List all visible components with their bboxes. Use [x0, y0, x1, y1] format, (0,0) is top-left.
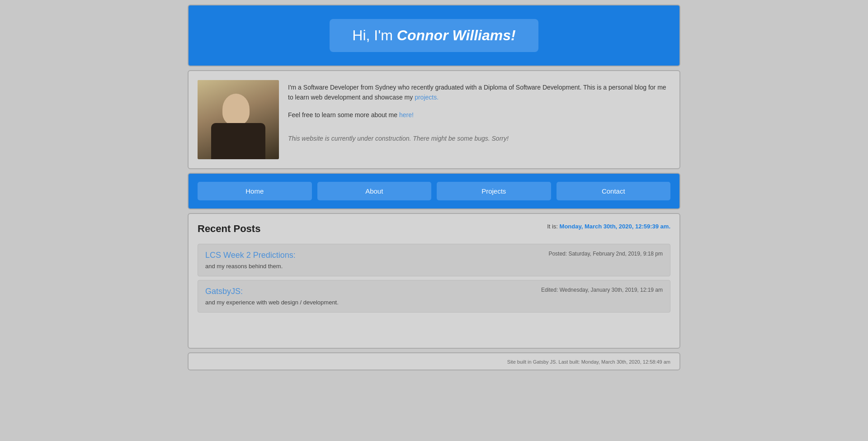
bio-text: I'm a Software Developer from Sydney who… — [288, 84, 666, 101]
post-meta-2-value: Wednesday, January 30th, 2019, 12:19 am — [560, 287, 663, 293]
here-link[interactable]: here! — [399, 111, 414, 119]
footer-text: Site built in Gatsby JS. Last built: Mon… — [507, 359, 670, 365]
footer-section: Site built in Gatsby JS. Last built: Mon… — [188, 352, 680, 370]
post-card-1: LCS Week 2 Predictions: Posted: Saturday… — [198, 244, 670, 276]
post-card-1-header: LCS Week 2 Predictions: Posted: Saturday… — [205, 251, 663, 260]
projects-link[interactable]: projects. — [415, 94, 439, 101]
current-time-value: Monday, March 30th, 2020, 12:59:39 am. — [560, 223, 670, 230]
hero-title-name: Connor Williams! — [397, 27, 516, 43]
post-card-2-header: GatsbyJS: Edited: Wednesday, January 30t… — [205, 287, 663, 296]
hero-section: Hi, I'm Connor Williams! — [188, 5, 680, 66]
profile-photo-inner — [198, 80, 279, 159]
page-wrapper: Hi, I'm Connor Williams! I'm a Software … — [188, 0, 680, 379]
post-excerpt-2: and my experience with web design / deve… — [205, 299, 663, 306]
nav-section: Home About Projects Contact — [188, 173, 680, 209]
current-time-label: It is: — [547, 223, 559, 230]
post-title-2[interactable]: GatsbyJS: — [205, 287, 243, 296]
post-meta-1-label: Posted: — [548, 251, 568, 257]
post-meta-2-label: Edited: — [541, 287, 560, 293]
recent-posts-title: Recent Posts — [198, 223, 260, 235]
nav-projects-button[interactable]: Projects — [437, 182, 551, 200]
hero-title-box: Hi, I'm Connor Williams! — [330, 19, 538, 52]
nav-home-button[interactable]: Home — [198, 182, 312, 200]
bio-paragraph: I'm a Software Developer from Sydney who… — [288, 82, 670, 103]
nav-contact-button[interactable]: Contact — [557, 182, 671, 200]
profile-photo — [198, 80, 279, 159]
post-meta-1: Posted: Saturday, February 2nd, 2019, 9:… — [548, 251, 663, 257]
hero-title: Hi, I'm Connor Williams! — [352, 27, 515, 44]
post-title-1[interactable]: LCS Week 2 Predictions: — [205, 251, 296, 260]
current-time: It is: Monday, March 30th, 2020, 12:59:3… — [547, 223, 670, 230]
nav-about-button[interactable]: About — [317, 182, 432, 200]
main-header: Recent Posts It is: Monday, March 30th, … — [198, 223, 670, 235]
post-meta-1-value: Saturday, February 2nd, 2019, 9:18 pm — [568, 251, 663, 257]
intro-text: I'm a Software Developer from Sydney who… — [288, 80, 670, 151]
post-excerpt-1: and my reasons behind them. — [205, 263, 663, 270]
main-section: Recent Posts It is: Monday, March 30th, … — [188, 213, 680, 349]
post-card-2: GatsbyJS: Edited: Wednesday, January 30t… — [198, 280, 670, 313]
learn-more-paragraph: Feel free to learn some more about me he… — [288, 110, 670, 120]
post-meta-2: Edited: Wednesday, January 30th, 2019, 1… — [541, 287, 663, 293]
under-construction-notice: This website is currently under construc… — [288, 133, 670, 143]
intro-section: I'm a Software Developer from Sydney who… — [188, 70, 680, 169]
hero-title-prefix: Hi, I'm — [352, 27, 397, 43]
learn-more-prefix: Feel free to learn some more about me — [288, 111, 399, 119]
